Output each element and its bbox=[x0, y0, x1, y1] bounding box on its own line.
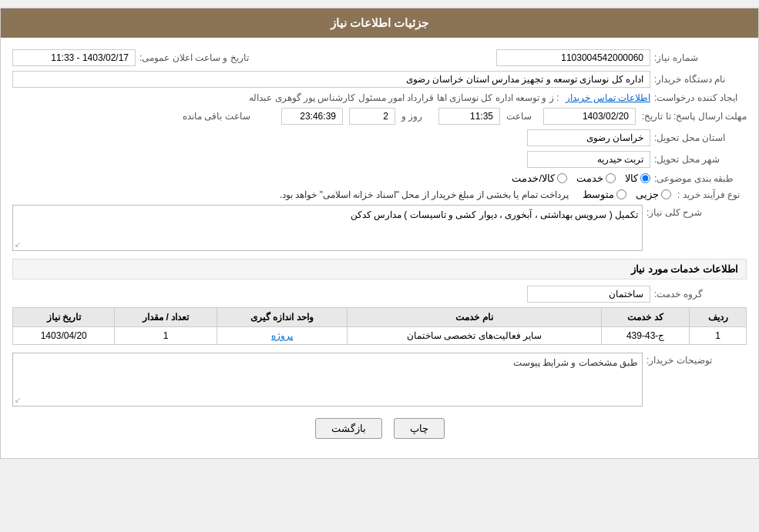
page-container: جزئیات اطلاعات نیاز شماره نیاز: 11030045… bbox=[0, 8, 759, 459]
radio-motavasset[interactable]: متوسط bbox=[583, 189, 626, 200]
deadline-days-label: روز و bbox=[401, 111, 432, 122]
deadline-label: مهلت ارسال پاسخ: تا تاریخ: bbox=[642, 111, 747, 122]
service-group-value: ساختمان bbox=[527, 286, 650, 303]
cell-name: سایر فعالیت‌های تخصصی ساختمان bbox=[348, 327, 602, 345]
buyer-notes-field: طبق مشخصات و شرایط پیوست ↙ bbox=[12, 353, 643, 407]
buyer-name-row: نام دستگاه خریدار: اداره کل نوسازی توسعه… bbox=[12, 71, 747, 88]
need-number-label: شماره نیاز: bbox=[654, 52, 747, 63]
radio-kala-khedmat-label: کالا/خدمت bbox=[512, 172, 555, 184]
need-number-row: شماره نیاز: 1103004542000060 تاریخ و ساع… bbox=[12, 49, 747, 66]
cell-date: 1403/04/20 bbox=[13, 327, 115, 345]
announcement-date-value: 1403/02/17 - 11:33 bbox=[12, 49, 136, 66]
radio-kala-khedmat-input[interactable] bbox=[557, 173, 567, 183]
deadline-row: مهلت ارسال پاسخ: تا تاریخ: 1403/02/20 سا… bbox=[12, 108, 747, 125]
category-label: طبقه بندی موضوعی: bbox=[654, 173, 747, 184]
table-header-row: ردیف کد خدمت نام خدمت واحد اندازه گیری ت… bbox=[13, 308, 747, 327]
process-note: پرداخت تمام یا بخشی از مبلغ خریدار از مح… bbox=[280, 189, 569, 200]
radio-khedmat-label: خدمت bbox=[576, 172, 603, 184]
services-table: ردیف کد خدمت نام خدمت واحد اندازه گیری ت… bbox=[12, 307, 747, 345]
need-description-field: تکمیل ( سرویس بهداشتی ، آبخوری ، دیوار ک… bbox=[12, 205, 643, 251]
radio-khedmat-input[interactable] bbox=[606, 173, 616, 183]
cell-code: ج-43-439 bbox=[602, 327, 690, 345]
buyer-name-value: اداره کل نوسازی توسعه و تجهیز مدارس استا… bbox=[12, 71, 650, 88]
buyer-notes-resize-handle[interactable]: ↙ bbox=[15, 396, 21, 404]
province-label: استان محل تحویل: bbox=[654, 132, 747, 143]
radio-motavasset-input[interactable] bbox=[616, 189, 626, 199]
cell-unit[interactable]: پروژه bbox=[217, 327, 348, 345]
col-radif: ردیف bbox=[690, 308, 747, 327]
city-row: شهر محل تحویل: تربت حیدریه bbox=[12, 151, 747, 168]
buyer-name-label: نام دستگاه خریدار: bbox=[654, 74, 747, 85]
col-name: نام خدمت bbox=[348, 308, 602, 327]
radio-jozee-input[interactable] bbox=[661, 189, 671, 199]
deadline-date: 1403/02/20 bbox=[543, 108, 636, 125]
radio-jozee-label: جزیی bbox=[636, 189, 659, 200]
creator-contact-link[interactable]: اطلاعات تماس خریدار bbox=[566, 92, 650, 103]
action-buttons: چاپ بازگشت bbox=[12, 418, 747, 439]
col-count: تعداد / مقدار bbox=[115, 308, 217, 327]
category-radio-group: کالا/خدمت خدمت کالا bbox=[512, 172, 650, 184]
buyer-notes-box: طبق مشخصات و شرایط پیوست ↙ bbox=[12, 353, 643, 407]
province-row: استان محل تحویل: خراسان رضوی bbox=[12, 129, 747, 146]
deadline-remaining-label: ساعت باقی مانده bbox=[183, 111, 275, 122]
page-header: جزئیات اطلاعات نیاز bbox=[1, 8, 758, 38]
table-row: 1 ج-43-439 سایر فعالیت‌های تخصصی ساختمان… bbox=[13, 327, 747, 345]
need-description-value: تکمیل ( سرویس بهداشتی ، آبخوری ، دیوار ک… bbox=[351, 209, 638, 220]
process-label: نوع فرآیند خرید : bbox=[677, 189, 747, 200]
deadline-days: 2 bbox=[349, 108, 395, 125]
page-title: جزئیات اطلاعات نیاز bbox=[331, 16, 428, 29]
radio-motavasset-label: متوسط bbox=[583, 189, 614, 200]
service-group-label: گروه خدمت: bbox=[654, 289, 747, 299]
cell-radif: 1 bbox=[690, 327, 747, 345]
deadline-time-label: ساعت bbox=[506, 111, 537, 122]
need-description-row: شرح کلی نیاز: تکمیل ( سرویس بهداشتی ، آب… bbox=[12, 205, 747, 251]
radio-kala-label: کالا bbox=[625, 172, 638, 184]
deadline-time: 11:35 bbox=[438, 108, 500, 125]
services-section-title: اطلاعات خدمات مورد نیاز bbox=[12, 259, 747, 279]
process-radio-group: متوسط جزیی bbox=[583, 189, 671, 200]
category-row: طبقه بندی موضوعی: کالا/خدمت خدمت کالا bbox=[12, 172, 747, 184]
radio-kala[interactable]: کالا bbox=[625, 172, 650, 184]
radio-khedmat[interactable]: خدمت bbox=[576, 172, 616, 184]
creator-label: ایجاد کننده درخواست: bbox=[654, 92, 747, 103]
col-date: تاریخ نیاز bbox=[13, 308, 115, 327]
need-number-value: 1103004542000060 bbox=[496, 49, 650, 66]
col-code: کد خدمت bbox=[602, 308, 690, 327]
back-button[interactable]: بازگشت bbox=[315, 418, 382, 439]
deadline-remaining: 23:46:39 bbox=[281, 108, 343, 125]
province-value: خراسان رضوی bbox=[527, 129, 650, 146]
cell-count: 1 bbox=[115, 327, 217, 345]
radio-kala-input[interactable] bbox=[640, 173, 650, 183]
announcement-date-label: تاریخ و ساعت اعلان عمومی: bbox=[139, 52, 249, 63]
resize-handle-icon[interactable]: ↙ bbox=[15, 240, 21, 249]
buyer-notes-row: توضیحات خریدار: طبق مشخصات و شرایط پیوست… bbox=[12, 353, 747, 407]
buyer-notes-label: توضیحات خریدار: bbox=[646, 353, 747, 366]
city-label: شهر محل تحویل: bbox=[654, 154, 747, 165]
radio-kala-khedmat[interactable]: کالا/خدمت bbox=[512, 172, 567, 184]
service-group-row: گروه خدمت: ساختمان bbox=[12, 286, 747, 303]
city-value: تربت حیدریه bbox=[527, 151, 650, 168]
print-button[interactable]: چاپ bbox=[394, 418, 445, 439]
content-area: شماره نیاز: 1103004542000060 تاریخ و ساع… bbox=[1, 38, 758, 458]
process-row: نوع فرآیند خرید : متوسط جزیی پرداخت تمام… bbox=[12, 189, 747, 200]
radio-jozee[interactable]: جزیی bbox=[636, 189, 671, 200]
col-unit: واحد اندازه گیری bbox=[217, 308, 348, 327]
creator-row: ایجاد کننده درخواست: اطلاعات تماس خریدار… bbox=[12, 92, 747, 103]
buyer-notes-value: طبق مشخصات و شرایط پیوست bbox=[513, 357, 638, 368]
need-description-label: شرح کلی نیاز: bbox=[646, 205, 747, 218]
need-description-box: تکمیل ( سرویس بهداشتی ، آبخوری ، دیوار ک… bbox=[12, 205, 643, 251]
